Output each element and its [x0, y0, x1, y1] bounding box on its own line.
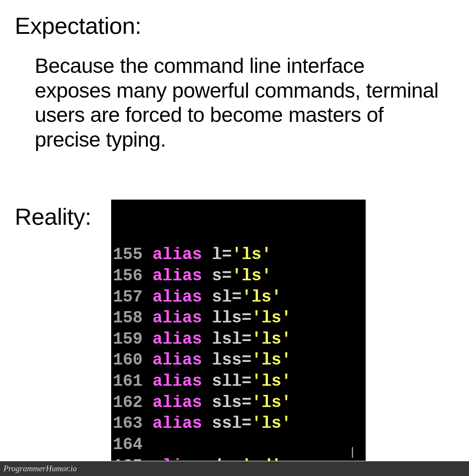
reality-heading: Reality:	[15, 203, 91, 230]
quote: '	[251, 309, 261, 327]
line-number: 162	[113, 393, 142, 412]
quote: '	[281, 330, 291, 348]
alias-value: ls	[261, 414, 281, 433]
quote: '	[251, 351, 261, 369]
equals-sign: =	[222, 266, 232, 285]
code-line: 163 alias ssl='ls'	[113, 413, 364, 434]
alias-value: ls	[251, 288, 271, 306]
quote: '	[261, 245, 271, 264]
keyword: alias	[152, 456, 202, 461]
alias-name: dc	[212, 456, 232, 461]
code-line: 162 alias sls='ls'	[113, 392, 364, 414]
alias-name: sll	[212, 372, 241, 391]
line-number: 161	[113, 372, 142, 391]
quote: '	[261, 266, 271, 285]
alias-name: sls	[212, 393, 241, 412]
alias-name: s	[212, 266, 222, 285]
alias-value: ls	[242, 245, 262, 264]
code-line: 157 alias sl='ls'	[113, 287, 364, 308]
quote: '	[271, 456, 281, 461]
equals-sign: =	[242, 414, 252, 433]
equals-sign: =	[242, 309, 252, 327]
equals-sign: =	[232, 288, 242, 306]
alias-value: cd	[251, 456, 271, 461]
expectation-heading: Expectation:	[15, 12, 141, 39]
line-number: 163	[113, 414, 142, 433]
line-number: 164	[113, 435, 142, 454]
expectation-text: Because the command line interface expos…	[35, 54, 443, 152]
quote: '	[251, 414, 261, 433]
line-number: 158	[113, 309, 142, 327]
quote: '	[281, 372, 291, 391]
quote: '	[242, 456, 252, 461]
alias-value: ls	[261, 351, 281, 369]
alias-name: lls	[212, 309, 241, 327]
keyword: alias	[152, 372, 202, 391]
equals-sign: =	[242, 372, 252, 391]
alias-name: lss	[212, 351, 241, 369]
keyword: alias	[152, 351, 202, 369]
quote: '	[281, 309, 291, 327]
alias-value: ls	[261, 372, 281, 391]
equals-sign: =	[242, 393, 252, 412]
alias-name: lsl	[212, 330, 241, 348]
line-number: 156	[113, 266, 142, 285]
quote: '	[281, 351, 291, 369]
keyword: alias	[152, 330, 202, 348]
code-line: 164	[113, 434, 364, 456]
quote: '	[242, 288, 252, 306]
equals-sign: =	[242, 330, 252, 348]
quote: '	[271, 288, 281, 306]
code-editor: 155 alias l='ls'156 alias s='ls'157 alia…	[111, 200, 366, 461]
line-number: 155	[113, 245, 142, 264]
cursor-indicator-icon: ⎸	[352, 446, 361, 459]
alias-name: l	[212, 245, 222, 264]
keyword: alias	[152, 266, 202, 285]
line-number: 159	[113, 330, 142, 348]
quote: '	[251, 372, 261, 391]
quote: '	[232, 266, 242, 285]
keyword: alias	[152, 288, 202, 306]
alias-value: ls	[261, 309, 281, 327]
equals-sign: =	[242, 351, 252, 369]
keyword: alias	[152, 309, 202, 327]
code-line: 156 alias s='ls'	[113, 266, 364, 287]
quote: '	[232, 245, 242, 264]
alias-name: sl	[212, 288, 232, 306]
code-line: 160 alias lss='ls'	[113, 350, 364, 371]
watermark-text: ProgrammerHumor.io	[3, 464, 77, 473]
keyword: alias	[152, 414, 202, 433]
code-line: 158 alias lls='ls'	[113, 308, 364, 329]
keyword: alias	[152, 245, 202, 264]
line-number: 160	[113, 351, 142, 369]
quote: '	[281, 393, 291, 412]
code-line: 161 alias sll='ls'	[113, 371, 364, 392]
line-number: 157	[113, 288, 142, 306]
equals-sign: =	[232, 456, 242, 461]
alias-name: ssl	[212, 414, 241, 433]
quote: '	[251, 330, 261, 348]
code-line: 165 alias dc='cd'	[113, 456, 364, 461]
alias-value: ls	[242, 266, 262, 285]
code-line: 159 alias lsl='ls'	[113, 329, 364, 350]
watermark-bar: ProgrammerHumor.io	[0, 461, 469, 476]
equals-sign: =	[222, 245, 232, 264]
alias-value: ls	[261, 393, 281, 412]
quote: '	[251, 393, 261, 412]
keyword: alias	[152, 393, 202, 412]
code-line: 155 alias l='ls'	[113, 244, 364, 266]
quote: '	[281, 414, 291, 433]
alias-value: ls	[261, 330, 281, 348]
line-number: 165	[113, 456, 142, 461]
